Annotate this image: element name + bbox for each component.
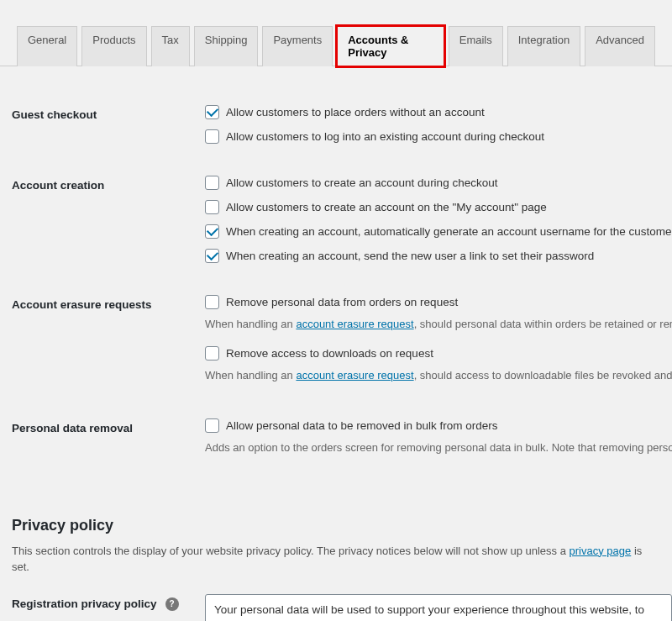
tab-general[interactable]: General xyxy=(17,26,77,66)
erasure-request-link[interactable]: account erasure request xyxy=(296,318,413,330)
erasure-desc-2: When handling an account erasure request… xyxy=(205,367,672,384)
account-creation-myaccount[interactable]: Allow customers to create an account on … xyxy=(205,200,672,214)
registration-privacy-textarea[interactable] xyxy=(205,594,672,622)
tab-emails[interactable]: Emails xyxy=(449,26,503,66)
tab-payments[interactable]: Payments xyxy=(262,26,333,66)
account-creation-checkout[interactable]: Allow customers to create an account dur… xyxy=(205,176,672,190)
checkbox-icon[interactable] xyxy=(205,105,219,119)
tab-tax[interactable]: Tax xyxy=(151,26,190,66)
guest-checkout-allow-login[interactable]: Allow customers to log into an existing … xyxy=(205,129,672,144)
tab-shipping[interactable]: Shipping xyxy=(194,26,259,66)
erasure-request-link[interactable]: account erasure request xyxy=(296,369,413,382)
checkbox-icon[interactable] xyxy=(205,295,219,309)
checkbox-label: Allow customers to create an account dur… xyxy=(226,176,497,189)
privacy-page-link[interactable]: privacy page xyxy=(570,545,632,557)
checkbox-label: Allow customers to log into an existing … xyxy=(226,130,544,143)
checkbox-icon[interactable] xyxy=(205,418,219,433)
erasure-remove-downloads[interactable]: Remove access to downloads on request xyxy=(205,346,672,360)
checkbox-icon[interactable] xyxy=(205,200,219,214)
checkbox-label: Allow personal data to be removed in bul… xyxy=(226,419,497,432)
settings-tabs: General Products Tax Shipping Payments A… xyxy=(0,0,672,66)
checkbox-icon[interactable] xyxy=(205,129,219,144)
privacy-policy-intro: This section controls the display of you… xyxy=(12,543,660,576)
checkbox-label: Remove personal data from orders on requ… xyxy=(226,296,458,308)
removal-bulk-orders[interactable]: Allow personal data to be removed in bul… xyxy=(205,418,672,433)
privacy-policy-title: Privacy policy xyxy=(12,517,672,534)
checkbox-label: When creating an account, send the new u… xyxy=(226,250,594,262)
account-creation-auto-username[interactable]: When creating an account, automatically … xyxy=(205,224,672,239)
checkbox-icon[interactable] xyxy=(205,346,219,360)
account-creation-password-link[interactable]: When creating an account, send the new u… xyxy=(205,249,672,263)
checkbox-icon[interactable] xyxy=(205,249,219,263)
tab-accounts-privacy[interactable]: Accounts & Privacy xyxy=(337,26,444,66)
account-creation-heading: Account creation xyxy=(12,176,205,192)
tab-advanced[interactable]: Advanced xyxy=(585,26,655,66)
checkbox-label: Allow customers to create an account on … xyxy=(226,201,547,213)
tab-integration[interactable]: Integration xyxy=(507,26,580,66)
tab-products[interactable]: Products xyxy=(81,26,146,66)
removal-desc: Adds an option to the orders screen for … xyxy=(205,439,672,456)
erasure-remove-order-data[interactable]: Remove personal data from orders on requ… xyxy=(205,295,672,309)
erasure-desc-1: When handling an account erasure request… xyxy=(205,316,672,333)
account-erasure-heading: Account erasure requests xyxy=(12,295,205,311)
checkbox-label: Remove access to downloads on request xyxy=(226,347,433,360)
guest-checkout-allow-orders[interactable]: Allow customers to place orders without … xyxy=(205,105,672,119)
checkbox-label: When creating an account, automatically … xyxy=(226,225,672,238)
help-icon[interactable]: ? xyxy=(165,597,179,611)
personal-data-removal-heading: Personal data removal xyxy=(12,418,205,434)
checkbox-icon[interactable] xyxy=(205,176,219,190)
checkbox-label: Allow customers to place orders without … xyxy=(226,106,485,118)
registration-privacy-label: Registration privacy policy ? xyxy=(12,594,205,611)
checkbox-icon[interactable] xyxy=(205,224,219,239)
guest-checkout-heading: Guest checkout xyxy=(12,105,205,121)
